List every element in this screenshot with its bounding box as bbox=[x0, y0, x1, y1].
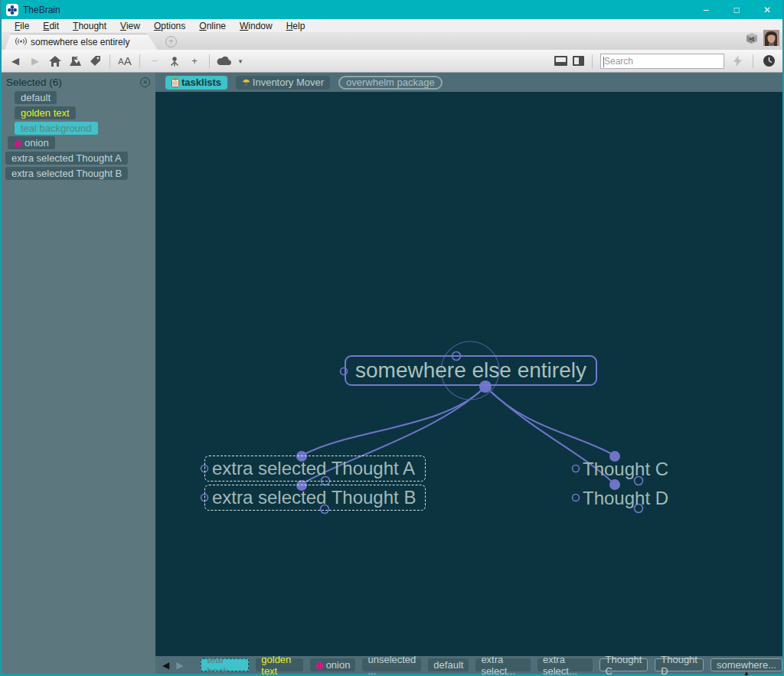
menu-help[interactable]: Help bbox=[279, 21, 312, 31]
selected-item-default[interactable]: default bbox=[15, 91, 57, 104]
tags-icon[interactable] bbox=[87, 53, 103, 70]
menu-view[interactable]: View bbox=[113, 21, 147, 31]
title-bar: TheBrain – □ ✕ bbox=[2, 0, 782, 19]
home-icon[interactable] bbox=[47, 53, 63, 70]
main-toolbar: ◀ ▶ AA − + ▾ bbox=[2, 50, 782, 73]
back-button[interactable]: ◀ bbox=[8, 53, 23, 70]
active-thought-icon bbox=[15, 37, 27, 48]
history-item-default[interactable]: default bbox=[428, 658, 469, 671]
selected-panel-title: Selected (6) bbox=[6, 77, 62, 88]
text-caret bbox=[603, 57, 604, 67]
forward-button[interactable]: ▶ bbox=[28, 53, 43, 70]
new-tab-button[interactable]: + bbox=[165, 36, 177, 47]
zoom-in-button[interactable]: + bbox=[187, 53, 202, 70]
history-item-teal-background[interactable]: teal back... bbox=[201, 658, 249, 671]
expand-layout-icon[interactable] bbox=[167, 53, 182, 70]
bottom-panel-toggle-icon[interactable] bbox=[554, 56, 567, 66]
thought-b-node[interactable]: extra selected Thought B bbox=[204, 485, 426, 511]
past-thoughts-bar: ◀ ▶ teal back... golden text onion unsel… bbox=[155, 656, 782, 674]
thought-d-jump-gate[interactable] bbox=[573, 495, 580, 501]
thought-a-node[interactable]: extra selected Thought A bbox=[204, 456, 426, 482]
pin-tasklists[interactable]: tasklists bbox=[165, 76, 227, 90]
text-size-button[interactable]: AA bbox=[117, 53, 132, 70]
tab-label: somewhere else entirely bbox=[31, 37, 129, 47]
thebrain-logo-icon bbox=[6, 4, 18, 16]
search-box bbox=[600, 54, 724, 69]
selected-item-extra-thought-b[interactable]: extra selected Thought B bbox=[5, 167, 128, 180]
pins-icon[interactable] bbox=[67, 53, 83, 70]
menu-edit[interactable]: Edit bbox=[36, 21, 66, 31]
history-item-unselected[interactable]: unselected ... bbox=[362, 658, 421, 671]
selected-panel: Selected (6) ✕ default golden text teal … bbox=[2, 73, 155, 674]
history-back-button[interactable]: ◀ bbox=[162, 660, 169, 671]
cloud-sync-icon[interactable] bbox=[217, 53, 232, 70]
thought-d-node[interactable]: Thought D bbox=[583, 488, 668, 509]
zoom-out-button[interactable]: − bbox=[147, 53, 162, 70]
thought-c-node[interactable]: Thought C bbox=[583, 459, 668, 480]
pin-bar: tasklists ☂ Inventory Mover overwhelm pa… bbox=[155, 73, 782, 92]
menu-online[interactable]: Online bbox=[192, 21, 233, 31]
selected-item-onion[interactable]: onion bbox=[8, 136, 55, 149]
current-thought-marker-icon: ▲ bbox=[743, 670, 750, 676]
search-input[interactable] bbox=[601, 54, 724, 68]
history-forward-button[interactable]: ▶ bbox=[176, 660, 183, 671]
clipboard-icon bbox=[172, 78, 179, 87]
history-item-thought-c[interactable]: Thought C bbox=[599, 658, 648, 671]
onion-icon bbox=[14, 139, 22, 148]
maximize-button[interactable]: □ bbox=[721, 0, 752, 19]
instant-activate-icon[interactable] bbox=[730, 53, 745, 70]
umbrella-icon: ☂ bbox=[242, 77, 250, 88]
selected-item-teal-background[interactable]: teal background bbox=[15, 122, 98, 135]
history-item-extra-select-2[interactable]: extra select... bbox=[537, 658, 593, 671]
app-window: TheBrain – □ ✕ File Edit Thought View Op… bbox=[0, 0, 784, 676]
history-item-onion[interactable]: onion bbox=[310, 658, 356, 671]
thought-c-jump-gate[interactable] bbox=[573, 465, 580, 472]
menu-window[interactable]: Window bbox=[233, 21, 279, 31]
history-clock-icon[interactable] bbox=[761, 53, 776, 70]
active-thought-node[interactable]: somewhere else entirely bbox=[345, 355, 597, 386]
plex-canvas[interactable]: somewhere else entirely extra selected T… bbox=[155, 92, 782, 656]
link-to-thought-c bbox=[485, 387, 613, 455]
brain-tab[interactable]: somewhere else entirely bbox=[5, 34, 158, 50]
history-item-golden-text[interactable]: golden text bbox=[256, 658, 302, 671]
user-avatar[interactable] bbox=[763, 30, 779, 49]
onion-icon bbox=[315, 661, 324, 670]
close-button[interactable]: ✕ bbox=[752, 0, 782, 19]
selected-item-extra-thought-a[interactable]: extra selected Thought A bbox=[5, 152, 128, 165]
window-title: TheBrain bbox=[23, 5, 60, 15]
close-selected-panel-icon[interactable]: ✕ bbox=[140, 77, 150, 87]
pin-overwhelm-package[interactable]: overwhelm package bbox=[338, 76, 443, 90]
menu-bar: File Edit Thought View Options Online Wi… bbox=[2, 19, 782, 33]
pin-inventory-mover[interactable]: ☂ Inventory Mover bbox=[236, 76, 330, 90]
side-panel-toggle-icon[interactable] bbox=[573, 56, 584, 66]
menu-options[interactable]: Options bbox=[147, 21, 192, 31]
history-item-thought-d[interactable]: Thought D bbox=[655, 658, 704, 671]
menu-thought[interactable]: Thought bbox=[66, 21, 113, 31]
tab-bar: somewhere else entirely + bbox=[2, 33, 782, 50]
menu-file[interactable]: File bbox=[8, 21, 36, 31]
cloud-menu-caret-icon[interactable]: ▾ bbox=[237, 53, 244, 70]
selected-item-golden-text[interactable]: golden text bbox=[15, 106, 76, 119]
minimize-button[interactable]: – bbox=[691, 0, 721, 19]
local-brain-icon[interactable] bbox=[744, 31, 760, 49]
history-item-extra-select-1[interactable]: extra select... bbox=[475, 658, 531, 671]
